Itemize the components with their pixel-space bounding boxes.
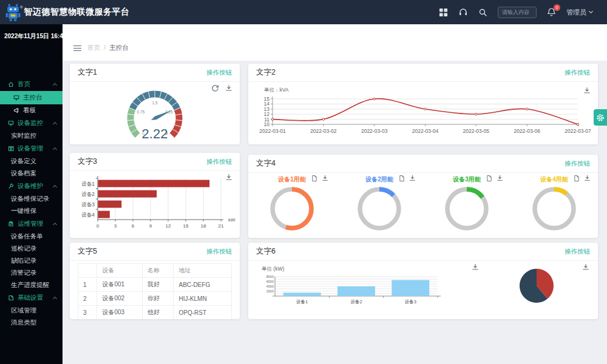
document-icon[interactable] [311, 175, 317, 182]
download-icon[interactable] [472, 263, 479, 271]
donut-charts: 设备1用能 设备2用能 设备3用能 设备4用能 [248, 173, 598, 237]
vertical-bar-chart: 2000400060008000设备1设备2设备3 [256, 272, 462, 315]
document-icon[interactable] [574, 175, 580, 182]
table-header: 名称 [143, 264, 174, 278]
sidebar-item-首页[interactable]: 首页 [0, 78, 63, 91]
card1-title: 文字1 [78, 67, 97, 78]
sidebar-item-区域管理[interactable]: 区域管理 [0, 305, 63, 317]
card2-title: 文字2 [256, 67, 276, 78]
sidebar-item-基础设置[interactable]: 基础设置 [0, 291, 63, 305]
svg-text:2022-03-04: 2022-03-04 [412, 128, 439, 134]
refresh-icon[interactable] [211, 84, 219, 92]
chevron-up-icon [53, 223, 57, 227]
sidebar-item-设备监控[interactable]: 设备监控 [0, 116, 63, 130]
sidebar-item-一键维保[interactable]: 一键维保 [0, 205, 63, 217]
card4-title: 文字4 [256, 158, 276, 169]
svg-text:2022-03-07: 2022-03-07 [565, 128, 591, 134]
breadcrumb-home[interactable]: 首页 [87, 44, 100, 52]
sidebar-item-缺陷记录[interactable]: 缺陷记录 [0, 255, 63, 267]
svg-text:2000: 2000 [266, 289, 274, 293]
table-row[interactable]: 2设备002你好HIJ-KLMN [78, 292, 232, 306]
sidebar-item-消警记录[interactable]: 消警记录 [0, 267, 63, 279]
svg-text:0: 0 [97, 223, 100, 229]
settings-icon [8, 295, 14, 301]
svg-text:设备2: 设备2 [81, 191, 95, 197]
download-icon[interactable] [584, 175, 591, 182]
download-icon[interactable] [583, 87, 591, 94]
sidebar-item-消息类型[interactable]: 消息类型 [0, 317, 63, 329]
donut-chart [356, 184, 403, 232]
donut-设备2用能: 设备2用能 [336, 173, 423, 237]
sidebar-item-看板[interactable]: 看板 [0, 104, 63, 116]
document-icon[interactable] [486, 175, 492, 182]
sidebar-menu: 首页主控台看板设备监控实时监控设备管理设备定义设备档案设备维护设备维保记录一键维… [0, 78, 63, 329]
screen-icon [8, 120, 14, 126]
download-icon[interactable] [225, 174, 232, 181]
download-icon[interactable] [582, 263, 589, 271]
table-header-row: 设备名称地址 [78, 264, 232, 278]
wrench-icon [8, 183, 14, 189]
svg-text:8000: 8000 [266, 275, 274, 278]
sidebar-item-巡检记录[interactable]: 巡检记录 [0, 243, 63, 255]
board-icon [13, 107, 19, 113]
user-menu[interactable]: 管理员 [566, 8, 592, 17]
card3-action-button[interactable]: 操作按钮 [206, 158, 232, 166]
chevron-up-icon [53, 83, 57, 87]
card6-action-button[interactable]: 操作按钮 [565, 248, 590, 256]
card1-action-button[interactable]: 操作按钮 [206, 69, 232, 77]
sidebar-item-生产进度提醒[interactable]: 生产进度提醒 [0, 279, 63, 291]
donut-chart [531, 184, 578, 232]
sidebar-item-设备管理[interactable]: 设备管理 [0, 142, 63, 155]
svg-text:2022-03-03: 2022-03-03 [361, 128, 388, 134]
svg-text:设备1: 设备1 [296, 299, 308, 305]
svg-text:2022-03-05: 2022-03-05 [463, 128, 490, 134]
svg-text:设备1: 设备1 [81, 181, 95, 187]
svg-text:2022-03-02: 2022-03-02 [310, 128, 337, 134]
svg-text:4000: 4000 [266, 285, 274, 288]
gear-icon [596, 113, 605, 122]
card4-action-button[interactable]: 操作按钮 [565, 160, 590, 168]
svg-text:0.75: 0.75 [137, 110, 145, 114]
gauge-chart: 0.751.52.25032.22 [97, 82, 212, 143]
notification-badge: 0 [554, 4, 560, 11]
card-text2: 文字2 操作按钮 单位：kVA1011121314152022-03-01202… [248, 64, 598, 144]
sidebar-item-设备任务单[interactable]: 设备任务单 [0, 231, 63, 243]
bell-icon[interactable]: 0 [547, 7, 556, 17]
breadcrumb-separator: / [104, 44, 106, 52]
svg-text:15: 15 [183, 223, 189, 229]
search-input[interactable] [498, 7, 537, 18]
svg-text:kW: kW [228, 217, 236, 223]
document-icon[interactable] [399, 175, 405, 182]
card5-action-button[interactable]: 操作按钮 [206, 248, 232, 256]
sidebar-item-设备维护[interactable]: 设备维护 [0, 180, 63, 193]
card-text4: 文字4 操作按钮 设备1用能 设备2用能 设备3用能 设备4用能 [248, 155, 598, 238]
sidebar-item-运维管理[interactable]: 运维管理 [0, 217, 63, 231]
card2-action-button[interactable]: 操作按钮 [565, 69, 590, 77]
table-row[interactable]: 1设备001我好ABC-DEFG [78, 278, 232, 292]
logo: ® 智迈德智慧物联微服务平台 [0, 4, 182, 21]
svg-text:1.5: 1.5 [152, 101, 157, 105]
sidebar-item-实时监控[interactable]: 实时监控 [0, 130, 63, 142]
download-icon[interactable] [409, 175, 416, 182]
device-table: 设备名称地址 1设备001我好ABC-DEFG2设备002你好HIJ-KLMN3… [78, 263, 232, 319]
sidebar-item-设备定义[interactable]: 设备定义 [0, 155, 63, 167]
sidebar-item-主控台[interactable]: 主控台 [0, 91, 63, 104]
sidebar-item-设备维保记录[interactable]: 设备维保记录 [0, 193, 63, 205]
svg-text:设备3: 设备3 [81, 201, 95, 207]
download-icon[interactable] [322, 175, 328, 182]
download-icon[interactable] [497, 175, 503, 182]
download-icon[interactable] [225, 84, 232, 92]
theme-settings-button[interactable] [594, 109, 607, 126]
svg-text:21: 21 [219, 223, 224, 229]
apps-grid-icon[interactable] [439, 8, 448, 17]
donut-chart [268, 184, 316, 232]
table-row[interactable]: 3设备003他好OPQ-RST [78, 306, 232, 320]
robot-logo-icon [5, 4, 21, 21]
search-icon[interactable] [478, 8, 487, 17]
home-icon [8, 81, 14, 87]
topbar-strip: 首页 / 主控台 [63, 24, 607, 61]
collapse-menu-icon[interactable] [73, 44, 81, 53]
chevron-up-icon [53, 147, 57, 152]
sidebar-item-设备档案[interactable]: 设备档案 [0, 167, 63, 180]
headset-icon[interactable] [458, 7, 468, 17]
